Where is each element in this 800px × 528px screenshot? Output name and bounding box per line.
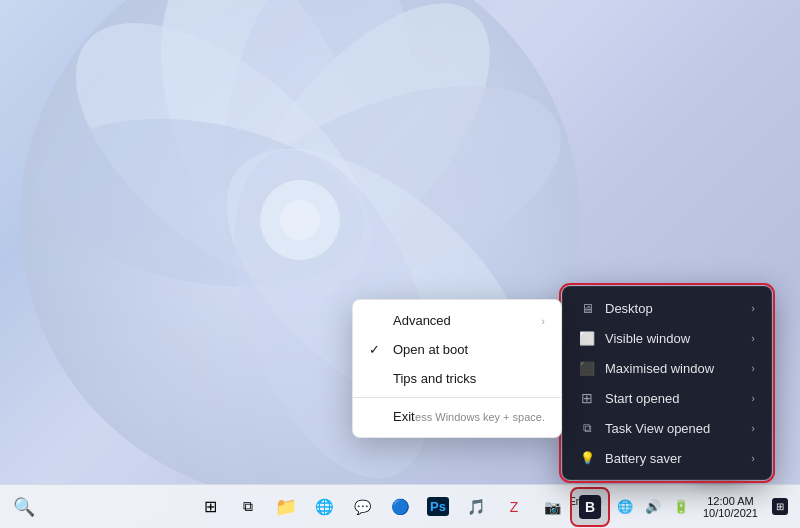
notification-button[interactable]: ⊞ — [768, 496, 792, 517]
exit-shortcut: ess Windows key + space. — [415, 411, 545, 423]
menu-label-desktop: Desktop — [605, 301, 653, 316]
search-icon: 🔍 — [13, 496, 35, 518]
clock-date: 10/10/2021 — [703, 507, 758, 519]
taskbar-left: 🔍 — [0, 491, 40, 523]
sub-menu-item-open-at-boot[interactable]: ✓ Open at boot — [353, 335, 561, 364]
network-icon: 🌐 — [617, 499, 633, 514]
chevron-visible-window: › — [751, 332, 755, 344]
taskbar-edge[interactable]: 🌐 — [306, 489, 342, 525]
menu-label-battery-saver: Battery saver — [605, 451, 682, 466]
battery-button[interactable]: 🔋 — [669, 497, 693, 516]
camera-icon: 📷 — [544, 499, 561, 515]
sub-menu: Advanced › ✓ Open at boot Tips and trick… — [352, 299, 562, 438]
context-menu: 🖥 Desktop › ⬜ Visible window › ⬛ Maximis… — [562, 286, 772, 480]
chevron-maximised-window: › — [751, 362, 755, 374]
sub-menu-label-exit: Exit — [393, 409, 415, 424]
notification-icon: ⊞ — [772, 498, 788, 515]
task-view-icon: ⧉ — [579, 420, 595, 436]
svg-point-10 — [280, 200, 320, 240]
taskbar-zoom[interactable]: 🔵 — [382, 489, 418, 525]
menu-item-desktop[interactable]: 🖥 Desktop › — [563, 293, 771, 323]
check-open-at-boot: ✓ — [369, 342, 385, 357]
taskbar-photoshop[interactable]: Ps — [420, 489, 456, 525]
taskbar-windows-button[interactable]: ⊞ — [192, 489, 228, 525]
app-b-icon: B — [579, 495, 601, 519]
taskbar-camera[interactable]: 📷 — [534, 489, 570, 525]
sub-menu-item-tips[interactable]: Tips and tricks — [353, 364, 561, 393]
taskbar-file-explorer[interactable]: 📁 — [268, 489, 304, 525]
taskbar: 🔍 ⊞ ⧉ 📁 🌐 💬 🔵 Ps — [0, 484, 800, 528]
menu-item-battery-saver[interactable]: 💡 Battery saver › — [563, 443, 771, 473]
desktop: 📍 🎨 📌 Advanced › ✓ Open at boot — [0, 0, 800, 528]
battery-saver-icon: 💡 — [579, 450, 595, 466]
taskbar-app-b[interactable]: B — [572, 489, 608, 525]
chevron-battery-saver: › — [751, 452, 755, 464]
sub-menu-label-advanced: Advanced — [393, 313, 451, 328]
desktop-icon: 🖥 — [579, 300, 595, 316]
chevron-advanced: › — [541, 315, 545, 327]
menu-item-visible-window[interactable]: ⬜ Visible window › — [563, 323, 771, 353]
volume-button[interactable]: 🔊 — [641, 497, 665, 516]
taskbar-zotero[interactable]: Z — [496, 489, 532, 525]
taskbar-chat[interactable]: 💬 — [344, 489, 380, 525]
zoom-icon: 🔵 — [391, 498, 410, 516]
task-view-button-icon: ⧉ — [243, 498, 253, 515]
menu-item-task-view-opened[interactable]: ⧉ Task View opened › — [563, 413, 771, 443]
chevron-start-opened: › — [751, 392, 755, 404]
network-button[interactable]: 🌐 — [613, 497, 637, 516]
menu-label-start-opened: Start opened — [605, 391, 679, 406]
clock-time: 12:00 AM — [703, 495, 758, 507]
menu-label-maximised-window: Maximised window — [605, 361, 714, 376]
menu-label-task-view-opened: Task View opened — [605, 421, 710, 436]
zotero-icon: Z — [510, 499, 519, 515]
photoshop-icon: Ps — [427, 497, 449, 516]
taskbar-task-view[interactable]: ⧉ — [230, 489, 266, 525]
sub-menu-item-advanced[interactable]: Advanced › — [353, 306, 561, 335]
file-explorer-icon: 📁 — [275, 496, 297, 518]
sub-menu-divider — [353, 397, 561, 398]
volume-icon: 🔊 — [645, 499, 661, 514]
sub-menu-label-open-at-boot: Open at boot — [393, 342, 468, 357]
search-button[interactable]: 🔍 — [8, 491, 40, 523]
clock-display[interactable]: 12:00 AM 10/10/2021 — [697, 493, 764, 521]
battery-icon: 🔋 — [673, 499, 689, 514]
chat-icon: 💬 — [354, 499, 371, 515]
chevron-desktop: › — [751, 302, 755, 314]
menu-item-start-opened[interactable]: ⊞ Start opened › — [563, 383, 771, 413]
visible-window-icon: ⬜ — [579, 330, 595, 346]
taskbar-music[interactable]: 🎵 — [458, 489, 494, 525]
music-icon: 🎵 — [467, 498, 486, 516]
menu-item-maximised-window[interactable]: ⬛ Maximised window › — [563, 353, 771, 383]
taskbar-center: ⊞ ⧉ 📁 🌐 💬 🔵 Ps 🎵 Z — [192, 489, 608, 525]
chevron-task-view: › — [751, 422, 755, 434]
sub-menu-label-tips: Tips and tricks — [393, 371, 476, 386]
windows-icon: ⊞ — [204, 497, 217, 516]
edge-icon: 🌐 — [315, 498, 334, 516]
sub-menu-item-exit[interactable]: Exit ess Windows key + space. — [353, 402, 561, 431]
start-opened-icon: ⊞ — [579, 390, 595, 406]
maximised-window-icon: ⬛ — [579, 360, 595, 376]
menu-label-visible-window: Visible window — [605, 331, 690, 346]
